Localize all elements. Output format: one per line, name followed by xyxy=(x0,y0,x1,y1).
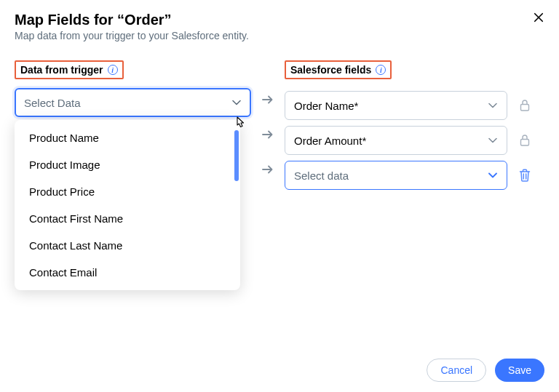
salesforce-field-value: Order Name* xyxy=(294,100,358,112)
svg-rect-6 xyxy=(521,140,529,146)
trigger-data-placeholder: Select Data xyxy=(24,97,81,109)
salesforce-field-select[interactable]: Order Amount* xyxy=(285,126,507,155)
close-icon xyxy=(532,11,545,24)
salesforce-field-placeholder: Select data xyxy=(294,169,349,182)
dropdown-option[interactable]: Contact Last Name xyxy=(15,232,240,259)
info-icon[interactable]: i xyxy=(376,65,386,75)
trigger-data-header: Data from trigger i xyxy=(15,60,124,79)
salesforce-field-value: Order Amount* xyxy=(294,135,366,147)
svg-rect-5 xyxy=(521,105,529,111)
lock-icon xyxy=(518,98,532,113)
dropdown-option[interactable]: Contact First Name xyxy=(15,205,240,232)
map-arrow xyxy=(261,117,274,152)
salesforce-field-select[interactable]: Select data xyxy=(285,161,507,190)
dialog-title: Map Fields for “Order” xyxy=(15,12,544,28)
trigger-data-select[interactable]: Select Data xyxy=(15,88,251,117)
arrow-right-icon xyxy=(261,95,274,105)
info-icon[interactable]: i xyxy=(108,65,118,75)
map-arrow xyxy=(261,152,274,187)
map-arrow xyxy=(261,82,274,117)
cancel-button[interactable]: Cancel xyxy=(427,359,486,382)
trash-icon xyxy=(519,169,531,182)
chevron-down-icon xyxy=(488,135,498,145)
lock-icon xyxy=(518,133,532,148)
trigger-data-dropdown: Product Name Product Image Product Price… xyxy=(15,120,240,290)
close-button[interactable] xyxy=(530,9,547,26)
salesforce-field-select[interactable]: Order Name* xyxy=(285,91,507,120)
dialog-subtitle: Map data from your trigger to your Sales… xyxy=(15,30,544,41)
salesforce-fields-label: Salesforce fields xyxy=(290,64,371,76)
dropdown-option[interactable]: Product Price xyxy=(15,178,240,205)
dropdown-option[interactable]: Product Image xyxy=(15,151,240,178)
save-button[interactable]: Save xyxy=(495,359,544,382)
salesforce-fields-header: Salesforce fields i xyxy=(285,60,392,79)
trigger-data-label: Data from trigger xyxy=(20,64,103,76)
arrow-right-icon xyxy=(261,164,274,175)
chevron-down-icon xyxy=(488,100,498,111)
chevron-down-icon xyxy=(231,97,242,108)
delete-row-button[interactable] xyxy=(518,168,532,183)
dropdown-option[interactable]: Product Name xyxy=(15,124,240,151)
dropdown-option[interactable]: Contact Email xyxy=(15,259,240,286)
chevron-down-icon xyxy=(488,170,498,180)
scrollbar-thumb[interactable] xyxy=(234,130,239,181)
arrow-right-icon xyxy=(261,129,274,140)
